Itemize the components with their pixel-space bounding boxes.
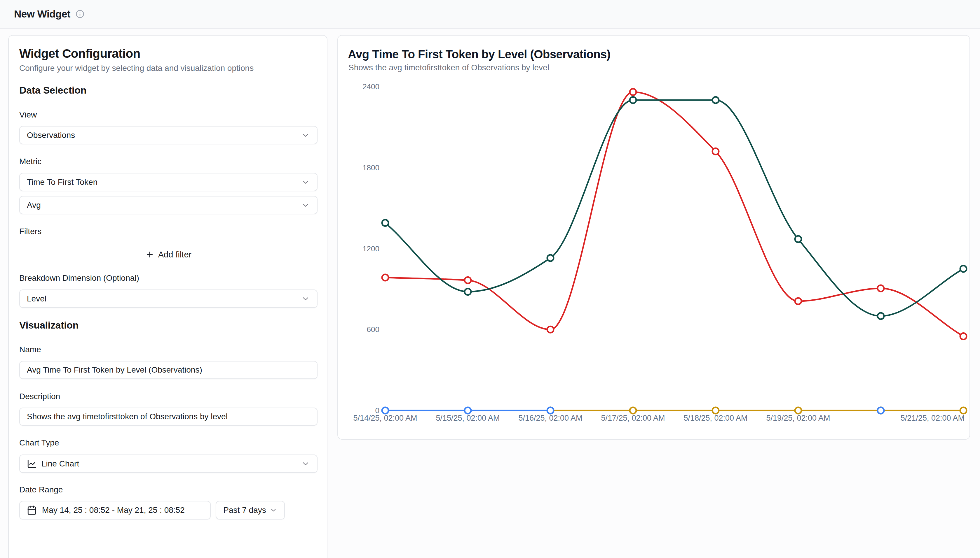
line-chart-svg: 06001200180024005/14/25, 02:00 AM5/15/25… <box>338 36 971 440</box>
series-red-point[interactable] <box>960 333 967 339</box>
date-range-label: Date Range <box>19 485 63 494</box>
view-label: View <box>19 110 37 120</box>
view-select-value: Observations <box>27 131 75 140</box>
series-teal-point[interactable] <box>547 255 553 261</box>
date-preset-button[interactable]: Past 7 days <box>216 501 285 520</box>
add-filter-button[interactable]: Add filter <box>19 247 318 263</box>
chevron-down-icon <box>301 460 310 468</box>
y-axis-tick-label: 1800 <box>362 163 379 172</box>
chart-type-select[interactable]: Line Chart <box>19 455 318 473</box>
y-axis-tick-label: 2400 <box>362 82 379 91</box>
series-blue-point[interactable] <box>382 407 389 414</box>
chevron-down-icon <box>301 201 310 210</box>
breakdown-dimension-label: Breakdown Dimension (Optional) <box>19 274 139 283</box>
chevron-down-icon <box>270 506 277 514</box>
config-panel-title: Widget Configuration <box>19 47 140 61</box>
series-red-point[interactable] <box>795 298 801 304</box>
info-icon[interactable] <box>76 10 84 18</box>
series-red-point[interactable] <box>712 148 719 154</box>
aggregation-select-value: Avg <box>27 200 41 210</box>
metric-label: Metric <box>19 157 41 166</box>
x-axis-tick-label: 5/21/25, 02:00 AM <box>901 414 965 422</box>
chevron-down-icon <box>301 178 310 187</box>
visualization-heading: Visualization <box>19 320 79 331</box>
line-chart-icon <box>27 459 37 469</box>
view-select[interactable]: Observations <box>19 126 318 144</box>
series-teal-point[interactable] <box>464 289 471 295</box>
series-teal-point[interactable] <box>960 266 967 272</box>
y-axis-tick-label: 600 <box>367 325 379 334</box>
series-red-point[interactable] <box>382 274 389 281</box>
series-red-point[interactable] <box>464 277 471 283</box>
series-amber-point[interactable] <box>712 407 719 414</box>
aggregation-select[interactable]: Avg <box>19 196 318 214</box>
add-filter-label: Add filter <box>158 250 191 259</box>
series-blue-point[interactable] <box>547 407 553 414</box>
series-blue-point[interactable] <box>878 407 884 414</box>
series-amber-point[interactable] <box>795 407 801 414</box>
page-title: New Widget <box>14 8 70 20</box>
breakdown-dimension-select[interactable]: Level <box>19 289 318 308</box>
widget-configuration-panel: Widget Configuration Configure your widg… <box>8 35 328 558</box>
name-input[interactable] <box>19 361 318 379</box>
x-axis-tick-label: 5/14/25, 02:00 AM <box>353 414 417 422</box>
x-axis-tick-label: 5/16/25, 02:00 AM <box>518 414 582 422</box>
series-red-point[interactable] <box>630 89 636 95</box>
chevron-down-icon <box>301 294 310 303</box>
series-teal-point[interactable] <box>795 236 801 242</box>
series-amber-point[interactable] <box>630 407 636 414</box>
description-input[interactable] <box>19 407 318 426</box>
filters-label: Filters <box>19 227 41 236</box>
series-amber-point[interactable] <box>960 407 967 414</box>
series-teal-point[interactable] <box>878 313 884 319</box>
x-axis-tick-label: 5/19/25, 02:00 AM <box>766 414 830 422</box>
series-teal-point[interactable] <box>712 97 719 103</box>
date-range-value: May 14, 25 : 08:52 - May 21, 25 : 08:52 <box>42 505 185 515</box>
series-red-point[interactable] <box>878 285 884 292</box>
x-axis-tick-label: 5/15/25, 02:00 AM <box>436 414 500 422</box>
y-axis-tick-label: 1200 <box>362 244 379 253</box>
series-teal-line <box>385 100 964 316</box>
chart-type-select-value: Line Chart <box>41 459 79 468</box>
chart-type-label: Chart Type <box>19 438 59 448</box>
name-label: Name <box>19 345 41 354</box>
series-red-point[interactable] <box>547 326 553 333</box>
metric-select-value: Time To First Token <box>27 177 97 187</box>
series-red-line <box>385 92 964 336</box>
data-selection-heading: Data Selection <box>19 85 86 96</box>
calendar-icon <box>27 505 37 515</box>
x-axis-tick-label: 5/17/25, 02:00 AM <box>601 414 665 422</box>
chevron-down-icon <box>301 131 310 140</box>
page-header: New Widget <box>0 0 980 29</box>
breakdown-select-value: Level <box>27 294 46 304</box>
config-panel-subtitle: Configure your widget by selecting data … <box>19 64 254 73</box>
x-axis-tick-label: 5/18/25, 02:00 AM <box>684 414 748 422</box>
widget-preview-card: Avg Time To First Token by Level (Observ… <box>338 35 970 440</box>
series-blue-point[interactable] <box>464 407 471 414</box>
date-preset-value: Past 7 days <box>223 505 266 515</box>
metric-select[interactable]: Time To First Token <box>19 173 318 191</box>
series-teal-point[interactable] <box>382 220 389 226</box>
plus-icon <box>145 250 154 259</box>
series-teal-point[interactable] <box>630 97 636 103</box>
date-range-button[interactable]: May 14, 25 : 08:52 - May 21, 25 : 08:52 <box>19 501 211 520</box>
description-label: Description <box>19 392 60 401</box>
